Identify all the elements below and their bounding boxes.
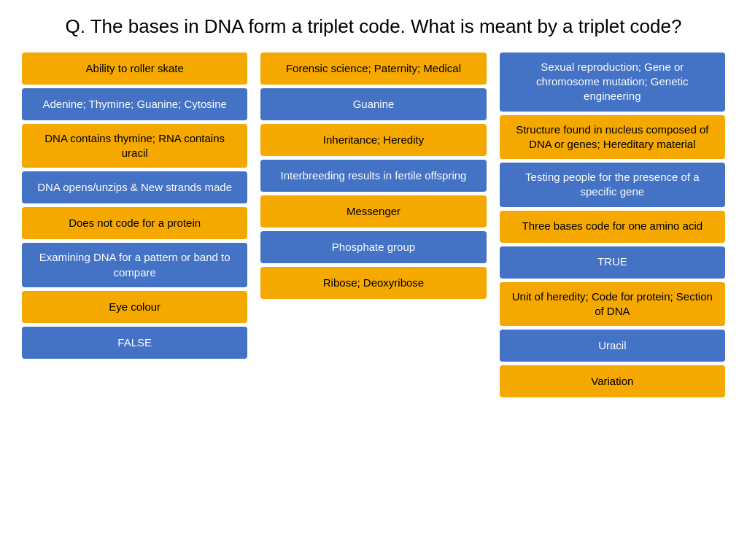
column-3: Sexual reproduction; Gene or chromosome … bbox=[500, 52, 725, 397]
card-col2-row1[interactable]: Forensic science; Paternity; Medical bbox=[260, 52, 486, 85]
page-title: Q. The bases in DNA form a triplet code.… bbox=[66, 15, 682, 39]
card-col2-row7[interactable]: Ribose; Deoxyribose bbox=[260, 267, 486, 299]
card-col2-row5[interactable]: Messenger bbox=[260, 195, 486, 228]
card-col3-row8[interactable]: Variation bbox=[500, 365, 725, 397]
card-col3-row5[interactable]: TRUE bbox=[500, 246, 725, 279]
page: Q. The bases in DNA form a triplet code.… bbox=[0, 0, 747, 560]
card-col3-row6[interactable]: Unit of heredity; Code for protein; Sect… bbox=[500, 282, 725, 327]
card-col2-row6[interactable]: Phosphate group bbox=[260, 231, 486, 263]
card-col1-row3[interactable]: DNA contains thymine; RNA contains uraci… bbox=[22, 124, 247, 168]
card-col2-row4[interactable]: Interbreeding results in fertile offspri… bbox=[260, 160, 486, 192]
card-col2-row2[interactable]: Guanine bbox=[260, 88, 486, 120]
card-col3-row3[interactable]: Testing people for the presence of a spe… bbox=[500, 163, 725, 207]
columns-container: Ability to roller skateAdenine; Thymine;… bbox=[22, 52, 725, 397]
card-col3-row7[interactable]: Uracil bbox=[500, 330, 725, 362]
card-col2-row3[interactable]: Inheritance; Heredity bbox=[260, 124, 486, 156]
column-2: Forensic science; Paternity; MedicalGuan… bbox=[260, 52, 486, 299]
column-1: Ability to roller skateAdenine; Thymine;… bbox=[22, 52, 247, 359]
card-col1-row5[interactable]: Does not code for a protein bbox=[22, 207, 247, 239]
card-col1-row6[interactable]: Examining DNA for a pattern or band to c… bbox=[22, 243, 247, 287]
card-col3-row2[interactable]: Structure found in nucleus composed of D… bbox=[500, 115, 725, 160]
card-col1-row2[interactable]: Adenine; Thymine; Guanine; Cytosine bbox=[22, 88, 247, 120]
card-col1-row8[interactable]: FALSE bbox=[22, 327, 247, 359]
card-col1-row4[interactable]: DNA opens/unzips & New strands made bbox=[22, 171, 247, 203]
card-col1-row7[interactable]: Eye colour bbox=[22, 291, 247, 323]
card-col1-row1[interactable]: Ability to roller skate bbox=[22, 52, 247, 85]
card-col3-row4[interactable]: Three bases code for one amino acid bbox=[500, 211, 725, 243]
card-col3-row1[interactable]: Sexual reproduction; Gene or chromosome … bbox=[500, 52, 725, 112]
